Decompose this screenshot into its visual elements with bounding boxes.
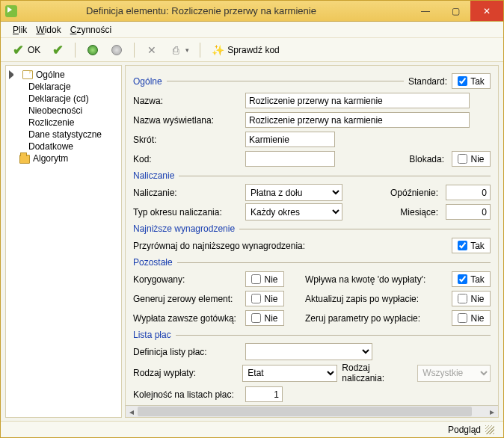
- menu-czynnosci[interactable]: Czynności: [70, 25, 111, 35]
- skrot-label: Skrót:: [133, 135, 245, 145]
- generuj-zero-checkbox[interactable]: Nie: [245, 291, 284, 306]
- kod-input[interactable]: [245, 151, 335, 167]
- standard-checkbox[interactable]: Tak: [452, 73, 491, 89]
- print-button[interactable]: ⎙▾: [166, 42, 192, 58]
- blokada-label: Blokada:: [409, 154, 444, 164]
- kod-label: Kod:: [133, 154, 245, 164]
- tree-item-nieobecnosci[interactable]: Nieobecności: [7, 105, 120, 117]
- ok-button[interactable]: ✔ OK: [8, 42, 43, 58]
- korygowany-label: Korygowany:: [133, 274, 245, 285]
- form-panel: Ogólne Standard: Tak Nazwa: Nazwa wyświe…: [125, 65, 499, 418]
- check-code-label: Sprawdź kod: [227, 45, 279, 55]
- rodzaj-wyp-select[interactable]: Etat: [242, 365, 337, 382]
- generuj-zero-label: Generuj zerowy element:: [133, 294, 245, 304]
- nazwa-label: Nazwa:: [133, 96, 245, 106]
- aktualizuj-label: Aktualizuj zapis po wypłacie:: [305, 294, 436, 304]
- expand-icon: [9, 70, 19, 79]
- wyplata-gotowka-checkbox[interactable]: Nie: [245, 310, 284, 326]
- tree-item-dane-statystyczne[interactable]: Dane statystyczne: [7, 129, 120, 141]
- tree-item-algorytm[interactable]: Algorytm: [7, 152, 120, 164]
- skrot-input[interactable]: [245, 132, 335, 147]
- tools-icon: ✕: [145, 43, 159, 57]
- nazwa-wys-input[interactable]: [245, 112, 470, 128]
- blokada-checkbox[interactable]: Nie: [452, 151, 491, 167]
- group-pozostale: Pozostałe: [133, 257, 491, 268]
- tree-item-dodatkowe[interactable]: Dodatkowe: [7, 141, 120, 152]
- wplywa-label: Wpływa na kwotę 'do wypłaty':: [305, 274, 436, 285]
- page-icon: [22, 70, 33, 79]
- maximize-button[interactable]: ▢: [440, 1, 470, 21]
- tools-button[interactable]: ✕: [142, 42, 162, 58]
- opoznienie-label: Opóźnienie:: [390, 188, 438, 198]
- group-ogolne: Ogólne Standard: Tak: [133, 73, 491, 89]
- miesiace-label: Miesiące:: [400, 207, 438, 218]
- toolbar: ✔ OK ✔ ✕ ⎙▾ ✨ Sprawdź kod: [1, 38, 503, 62]
- naliczanie-label: Naliczanie:: [133, 188, 245, 198]
- opoznienie-input[interactable]: [446, 185, 491, 200]
- status-bar: Podgląd: [1, 421, 503, 437]
- typ-okresu-select[interactable]: Każdy okres: [245, 203, 342, 220]
- wplywa-checkbox[interactable]: Tak: [452, 271, 491, 287]
- nav-tree[interactable]: Ogólne Deklaracje Deklaracje (cd) Nieobe…: [5, 65, 122, 418]
- close-button[interactable]: ✕: [470, 1, 503, 21]
- scroll-right-icon[interactable]: ▸: [486, 406, 498, 418]
- rodzaj-nal-label: Rodzaj naliczania:: [342, 363, 413, 383]
- separator: [200, 43, 200, 58]
- menu-widok[interactable]: Widok: [36, 25, 61, 35]
- aktualizuj-checkbox[interactable]: Nie: [452, 291, 491, 306]
- title-bar: Definicja elementu: Rozliczenie przerwy …: [1, 1, 503, 22]
- wand-icon: ✨: [211, 43, 224, 57]
- check-code-button[interactable]: ✨ Sprawdź kod: [208, 42, 282, 58]
- rodzaj-nal-select[interactable]: Wszystkie: [417, 365, 491, 382]
- miesiace-input[interactable]: [446, 204, 491, 220]
- przyrownaj-label: Przyrównaj do najniższego wynagrodzenia:: [133, 241, 452, 251]
- kolejnosc-label: Kolejność na listach płac:: [133, 389, 245, 400]
- check-icon: ✔: [11, 43, 25, 57]
- ok-label: OK: [28, 45, 40, 55]
- korygowany-checkbox[interactable]: Nie: [245, 271, 284, 287]
- separator: [134, 43, 135, 58]
- back-icon: [87, 45, 98, 55]
- zeruj-label: Zeruj parametry po wypłacie:: [305, 313, 436, 324]
- menu-bar: Plik Widok Czynności: [1, 22, 503, 38]
- group-najnizsze: Najniższe wynagrodzenie: [133, 223, 491, 234]
- nazwa-input[interactable]: [245, 93, 470, 108]
- app-icon: [5, 5, 17, 17]
- minimize-button[interactable]: —: [411, 1, 440, 21]
- kolejnosc-input[interactable]: [245, 386, 283, 402]
- nav-forward-button[interactable]: [107, 42, 126, 58]
- accept-button[interactable]: ✔: [48, 42, 67, 58]
- group-naliczanie: Naliczanie: [133, 170, 491, 181]
- typ-okresu-label: Typ okresu naliczania:: [133, 207, 245, 218]
- wyplata-gotowka-label: Wypłata zawsze gotówką:: [133, 313, 245, 324]
- tree-item-deklaracje[interactable]: Deklaracje: [7, 81, 120, 93]
- nazwa-wys-label: Nazwa wyświetlana:: [133, 115, 245, 126]
- horizontal-scrollbar[interactable]: ◂ ▸: [126, 405, 498, 417]
- def-listy-label: Definicja listy płac:: [133, 347, 245, 357]
- folder-icon: [19, 155, 30, 164]
- menu-plik[interactable]: Plik: [13, 25, 27, 35]
- naliczanie-select[interactable]: Płatna z dołu: [245, 184, 342, 201]
- print-icon: ⎙: [169, 43, 182, 57]
- tree-item-rozliczenie[interactable]: Rozliczenie: [7, 117, 120, 129]
- status-podglad: Podgląd: [448, 425, 481, 435]
- separator: [75, 43, 76, 58]
- tree-item-deklaracje-cd[interactable]: Deklaracje (cd): [7, 93, 120, 105]
- scroll-left-icon[interactable]: ◂: [126, 406, 138, 418]
- rodzaj-wyp-label: Rodzaj wypłaty:: [133, 368, 242, 378]
- window-title: Definicja elementu: Rozliczenie przerwy …: [22, 5, 411, 16]
- check-icon: ✔: [51, 43, 64, 57]
- nav-back-button[interactable]: [83, 42, 102, 58]
- def-listy-select[interactable]: [245, 343, 372, 360]
- zeruj-checkbox[interactable]: Nie: [452, 310, 491, 326]
- tree-root-ogolne[interactable]: Ogólne: [7, 69, 120, 81]
- standard-label: Standard:: [408, 76, 447, 87]
- przyrownaj-checkbox[interactable]: Tak: [452, 238, 491, 253]
- resize-grip-icon[interactable]: [485, 425, 494, 434]
- forward-icon: [111, 45, 122, 55]
- group-lista-plac: Lista płac: [133, 330, 491, 340]
